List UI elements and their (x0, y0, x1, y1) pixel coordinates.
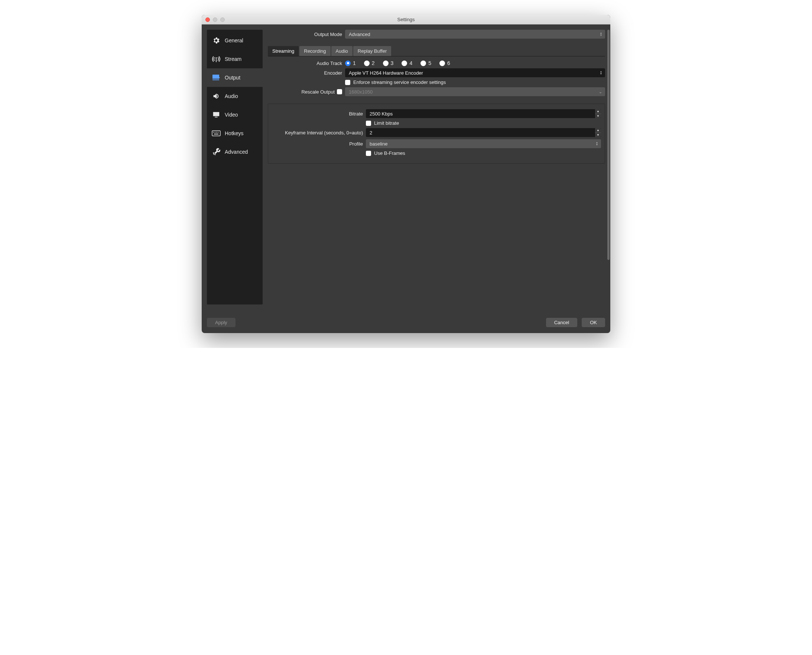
keyframe-label: Keyframe Interval (seconds, 0=auto) (268, 130, 363, 135)
bitrate-input[interactable]: 2500 Kbps ▲▼ (366, 109, 601, 118)
sidebar-item-audio[interactable]: Audio (207, 87, 263, 105)
encoder-label: Encoder (268, 70, 342, 76)
keyboard-icon (211, 129, 221, 137)
tools-icon (211, 148, 221, 156)
settings-sidebar: General Stream Output Audio (207, 30, 263, 304)
limit-bitrate-row: Limit bitrate (268, 120, 601, 126)
sidebar-item-label: Hotkeys (225, 130, 243, 136)
bframes-row: Use B-Frames (268, 151, 601, 156)
tab-recording[interactable]: Recording (299, 46, 330, 56)
encoder-settings-section: Bitrate 2500 Kbps ▲▼ Limit bitrate Keyfr… (268, 104, 605, 164)
gear-icon (211, 36, 221, 45)
sidebar-item-label: Audio (225, 93, 238, 99)
settings-window: Settings General Stream Output (202, 15, 610, 333)
svg-rect-4 (218, 132, 219, 132)
checkbox-icon (366, 151, 371, 156)
encoder-value: Apple VT H264 Hardware Encoder (349, 70, 423, 76)
svg-rect-1 (213, 132, 214, 132)
keyframe-row: Keyframe Interval (seconds, 0=auto) 2 ▲▼ (268, 128, 601, 137)
sidebar-item-general[interactable]: General (207, 31, 263, 50)
antenna-icon (211, 55, 221, 63)
limit-bitrate-checkbox[interactable]: Limit bitrate (366, 120, 399, 126)
rescale-label: Rescale Output (301, 89, 335, 95)
enforce-row: Enforce streaming service encoder settin… (268, 80, 605, 85)
checkbox-icon (366, 121, 371, 126)
limit-bitrate-label: Limit bitrate (374, 120, 399, 126)
audio-track-label: Audio Track (268, 60, 342, 66)
sidebar-item-stream[interactable]: Stream (207, 50, 263, 68)
svg-rect-0 (212, 131, 220, 136)
checkbox-icon (345, 80, 350, 85)
monitor-output-icon (211, 74, 221, 82)
monitor-icon (211, 111, 221, 119)
scrollbar-thumb[interactable] (607, 30, 610, 260)
sidebar-item-advanced[interactable]: Advanced (207, 143, 263, 161)
output-mode-label: Output Mode (268, 32, 342, 37)
rescale-row: Rescale Output 1680x1050 ⌄ (268, 87, 605, 96)
bframes-checkbox[interactable]: Use B-Frames (366, 151, 405, 156)
tab-streaming[interactable]: Streaming (268, 46, 299, 56)
svg-rect-2 (215, 132, 216, 132)
audio-track-radios: 1 2 3 4 5 6 (345, 60, 605, 66)
chevron-down-icon: ⌄ (599, 89, 602, 94)
ok-button[interactable]: OK (582, 318, 605, 327)
sidebar-item-output[interactable]: Output (207, 68, 263, 87)
updown-icon: ▲▼ (594, 141, 599, 146)
window-title: Settings (202, 17, 610, 22)
rescale-select[interactable]: 1680x1050 ⌄ (345, 87, 605, 96)
audio-track-radio-2[interactable]: 2 (364, 60, 375, 66)
bitrate-value: 2500 Kbps (370, 111, 393, 117)
audio-track-radio-5[interactable]: 5 (421, 60, 431, 66)
enforce-label: Enforce streaming service encoder settin… (353, 80, 446, 85)
scrollbar[interactable] (607, 30, 610, 260)
encoder-select[interactable]: Apple VT H264 Hardware Encoder ▲▼ (345, 68, 605, 77)
sidebar-item-label: Video (225, 112, 238, 118)
speaker-icon (211, 92, 221, 100)
spinner-icon[interactable]: ▲▼ (595, 109, 601, 118)
tab-audio[interactable]: Audio (331, 46, 353, 56)
bframes-label: Use B-Frames (374, 151, 405, 156)
bitrate-label: Bitrate (268, 111, 363, 117)
rescale-value: 1680x1050 (349, 89, 373, 95)
sidebar-item-label: Advanced (225, 149, 248, 155)
titlebar: Settings (202, 15, 610, 25)
settings-main: Output Mode Advanced ▲▼ Streaming Record… (268, 30, 605, 309)
updown-icon: ▲▼ (598, 32, 604, 36)
output-mode-value: Advanced (349, 32, 370, 37)
profile-label: Profile (268, 141, 363, 147)
sidebar-item-video[interactable]: Video (207, 105, 263, 124)
cancel-button[interactable]: Cancel (546, 318, 577, 327)
profile-row: Profile baseline ▲▼ (268, 139, 601, 148)
sidebar-item-label: Stream (225, 56, 242, 62)
bitrate-row: Bitrate 2500 Kbps ▲▼ (268, 109, 601, 118)
sidebar-item-label: Output (225, 75, 240, 81)
apply-button[interactable]: Apply (207, 318, 236, 327)
spinner-icon[interactable]: ▲▼ (595, 128, 601, 137)
output-mode-select[interactable]: Advanced ▲▼ (345, 30, 605, 38)
audio-track-radio-3[interactable]: 3 (383, 60, 394, 66)
audio-track-radio-4[interactable]: 4 (402, 60, 412, 66)
sidebar-item-hotkeys[interactable]: Hotkeys (207, 124, 263, 143)
footer: Apply Cancel OK (202, 314, 610, 333)
audio-track-radio-6[interactable]: 6 (439, 60, 450, 66)
sidebar-item-label: General (225, 37, 243, 43)
encoder-row: Encoder Apple VT H264 Hardware Encoder ▲… (268, 68, 605, 77)
rescale-checkbox[interactable] (337, 89, 342, 94)
svg-rect-3 (216, 132, 217, 132)
enforce-checkbox[interactable]: Enforce streaming service encoder settin… (345, 80, 446, 85)
audio-track-row: Audio Track 1 2 3 4 5 6 (268, 60, 605, 66)
svg-rect-5 (214, 134, 219, 134)
profile-value: baseline (370, 141, 387, 147)
tab-replay-buffer[interactable]: Replay Buffer (353, 46, 391, 56)
keyframe-input[interactable]: 2 ▲▼ (366, 128, 601, 137)
output-tabs: Streaming Recording Audio Replay Buffer (268, 46, 605, 57)
updown-icon: ▲▼ (598, 71, 604, 75)
keyframe-value: 2 (370, 130, 372, 135)
profile-select[interactable]: baseline ▲▼ (366, 139, 601, 148)
output-mode-row: Output Mode Advanced ▲▼ (268, 30, 605, 38)
audio-track-radio-1[interactable]: 1 (345, 60, 356, 66)
window-body: General Stream Output Audio (202, 25, 610, 314)
